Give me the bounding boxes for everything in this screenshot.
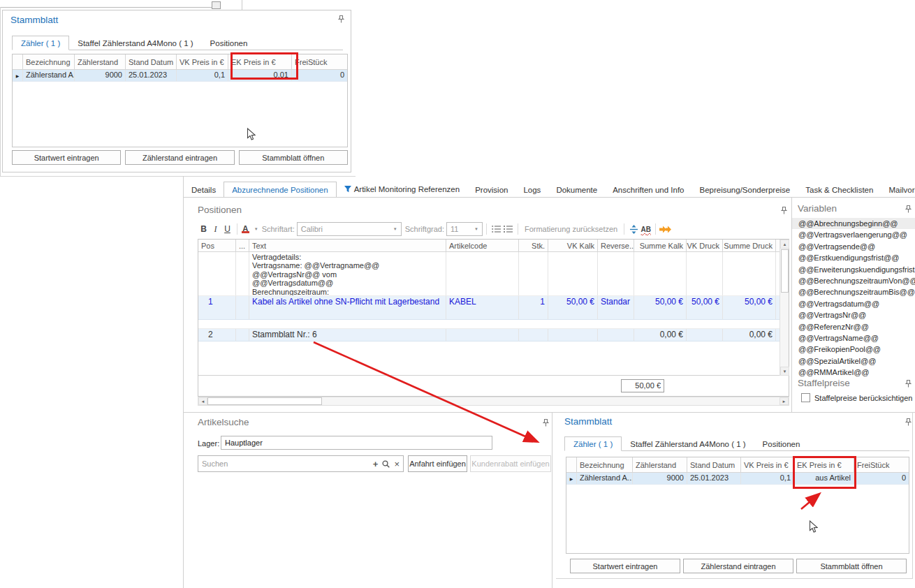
zaehlerstand-eintragen-button[interactable]: Zählerstand eintragen	[125, 150, 234, 165]
tab-zaehler[interactable]: Zähler ( 1 )	[564, 436, 622, 451]
col-vk-preis[interactable]: VK Preis in €	[177, 54, 228, 70]
spellcheck-icon[interactable]: AB	[640, 223, 652, 236]
pin-icon[interactable]	[905, 205, 912, 214]
chevron-down-icon: ▼	[393, 227, 397, 231]
scrollbar-thumb[interactable]	[207, 397, 322, 405]
col-vk-kalk[interactable]: VK Kalk	[548, 240, 598, 252]
tab-task-checklisten[interactable]: Task & Checklisten	[798, 182, 881, 197]
bullet-list-icon[interactable]	[490, 223, 502, 236]
font-family-select[interactable]: Calibri▼	[297, 222, 402, 236]
zaehlerstand-eintragen-button[interactable]: Zählerstand eintragen	[683, 559, 793, 573]
list-item[interactable]: @@VertragsName@@	[792, 332, 915, 344]
pin-icon[interactable]	[543, 419, 549, 428]
col-freistueck[interactable]: FreiStück	[292, 54, 347, 70]
col-stk[interactable]: Stk.	[519, 240, 548, 252]
list-item[interactable]: @@ReferenzNr@@	[792, 321, 915, 332]
tab-mailvorlage[interactable]: Mailvorlage	[881, 182, 915, 197]
tab-logs[interactable]: Logs	[515, 182, 548, 197]
stammblatt-oeffnen-button[interactable]: Stammblatt öffnen	[796, 559, 907, 573]
font-size-select[interactable]: 11▼	[446, 222, 483, 236]
add-icon[interactable]: +	[371, 459, 381, 469]
horizontal-scrollbar[interactable]: ◄ ►	[198, 397, 789, 406]
tab-positionen[interactable]: Positionen	[202, 36, 256, 50]
scroll-right-icon[interactable]: ►	[779, 397, 789, 405]
pin-icon[interactable]	[905, 380, 912, 389]
underline-button[interactable]: U	[221, 223, 233, 236]
list-item[interactable]: @@Vertragsende@@	[792, 241, 915, 252]
col-summe-kalk[interactable]: Summe Kalk	[634, 240, 687, 252]
startwert-eintragen-button[interactable]: Startwert eintragen	[570, 559, 680, 573]
col-stand-datum[interactable]: Stand Datum	[126, 54, 177, 70]
table-row[interactable]: 2 Stammblatt Nr.: 6 0,00 € 0,00 €	[198, 329, 789, 341]
tab-details[interactable]: Details	[184, 182, 224, 197]
col-dots[interactable]: ...	[236, 240, 249, 252]
list-item[interactable]: @@Erweiterungskuendigungsfrist@@	[792, 264, 915, 275]
list-item[interactable]: @@VertragsNr@@	[792, 309, 915, 321]
col-ek-preis[interactable]: EK Preis in €	[794, 457, 854, 473]
reset-formatting-button[interactable]: Formatierung zurücksetzen	[522, 225, 620, 233]
list-item[interactable]: @@BerechnungszeitraumVon@@	[792, 275, 915, 286]
col-pos[interactable]: Pos	[198, 240, 236, 252]
split-rows-icon[interactable]	[628, 223, 640, 236]
tab-artikel-monitoring-referenzen[interactable]: Artikel Monitoring Referenzen	[337, 182, 468, 197]
top-strip-button[interactable]	[212, 1, 221, 9]
insert-variable-icon[interactable]	[659, 223, 673, 236]
table-row[interactable]: ▶ Zählerstand A... 9000 25.01.2023 0,1 a…	[566, 473, 909, 485]
vertical-scrollbar[interactable]: ▲ ▼	[779, 240, 789, 376]
col-ek-preis[interactable]: EK Preis in €	[228, 54, 292, 70]
col-vk-preis[interactable]: VK Preis in €	[741, 457, 794, 473]
col-reverse[interactable]: Reverse...	[598, 240, 634, 252]
anfahrt-einfuegen-button[interactable]: Anfahrt einfügen	[408, 455, 467, 472]
tab-staffel[interactable]: Staffel Zählerstand A4Mono ( 1 )	[69, 36, 201, 50]
table-row[interactable]: 1 Kabel als Artikel ohne SN-Pflicht mit …	[198, 296, 789, 320]
pin-icon[interactable]	[338, 15, 344, 24]
col-bezeichnung[interactable]: Bezeichnung	[577, 457, 633, 473]
table-row[interactable]: Vertragdetails: Vertragsname: @@Vertragn…	[198, 252, 789, 296]
tab-zaehler[interactable]: Zähler ( 1 )	[12, 36, 69, 50]
list-item[interactable]: @@FreikopienPool@@	[792, 344, 915, 355]
col-stand-datum[interactable]: Stand Datum	[687, 457, 741, 473]
italic-button[interactable]: I	[210, 223, 221, 236]
staffelpreise-checkbox-label[interactable]: Staffelpreise berücksichtigen	[814, 394, 912, 402]
col-artikelcode[interactable]: Artikelcode	[446, 240, 519, 252]
scrollbar-thumb[interactable]	[781, 249, 789, 293]
stammblatt-oeffnen-button[interactable]: Stammblatt öffnen	[239, 150, 348, 165]
kundenrabatt-einfuegen-button[interactable]: Kundenrabatt einfügen	[470, 455, 551, 472]
tab-positionen[interactable]: Positionen	[754, 437, 809, 450]
table-row[interactable]: ▶ Zählerstand A... 9000 25.01.2023 0,1 0…	[13, 70, 347, 82]
search-input[interactable]	[198, 457, 371, 471]
col-zaehlerstand[interactable]: Zählerstand	[633, 457, 687, 473]
tab-provision[interactable]: Provision	[467, 182, 515, 197]
lager-input[interactable]	[221, 436, 492, 450]
search-icon[interactable]	[380, 460, 392, 468]
scroll-down-icon[interactable]: ▼	[780, 367, 789, 376]
tab-abzurechnende-positionen[interactable]: Abzurechnende Positionen	[224, 182, 336, 198]
tab-dokumente[interactable]: Dokumente	[548, 182, 605, 197]
col-summe-druck[interactable]: Summe Druck	[723, 240, 776, 252]
col-vk-druck[interactable]: VK Druck	[687, 240, 723, 252]
close-icon[interactable]: ×	[392, 459, 403, 469]
col-text[interactable]: Text	[249, 240, 446, 252]
list-item[interactable]: @@Abrechnungsbeginn@@	[792, 218, 915, 229]
pin-icon[interactable]	[905, 418, 912, 427]
numbered-list-icon[interactable]	[502, 223, 514, 236]
tab-staffel[interactable]: Staffel Zählerstand A4Mono ( 1 )	[622, 437, 754, 450]
list-item[interactable]: @@BerechnungszeitraumBis@@	[792, 286, 915, 297]
tab-bepreisung-sonderpreise[interactable]: Bepreisung/Sonderpreise	[691, 182, 798, 197]
startwert-eintragen-button[interactable]: Startwert eintragen	[12, 150, 121, 165]
tab-anschriften-und-info[interactable]: Anschriften und Info	[605, 182, 691, 197]
list-item[interactable]: @@Erstkuendigungsfrist@@	[792, 252, 915, 263]
list-item[interactable]: @@Vertragsdatum@@	[792, 298, 915, 309]
col-bezeichnung[interactable]: Bezeichnung	[23, 54, 75, 70]
list-item[interactable]: @@Vertragsverlaengerung@@	[792, 229, 915, 240]
pin-icon[interactable]	[781, 207, 787, 216]
col-zaehlerstand[interactable]: Zählerstand	[75, 54, 126, 70]
scroll-up-icon[interactable]: ▲	[780, 240, 789, 249]
list-item[interactable]: @@RMMArtikel@@	[792, 367, 915, 378]
bold-button[interactable]: B	[198, 223, 210, 236]
scroll-left-icon[interactable]: ◄	[198, 397, 207, 405]
list-item[interactable]: @@SpezialArtikel@@	[792, 355, 915, 367]
col-freistueck[interactable]: FreiStück	[854, 457, 909, 473]
staffelpreise-checkbox[interactable]	[801, 393, 810, 402]
font-color-button[interactable]: A▼	[241, 223, 258, 236]
